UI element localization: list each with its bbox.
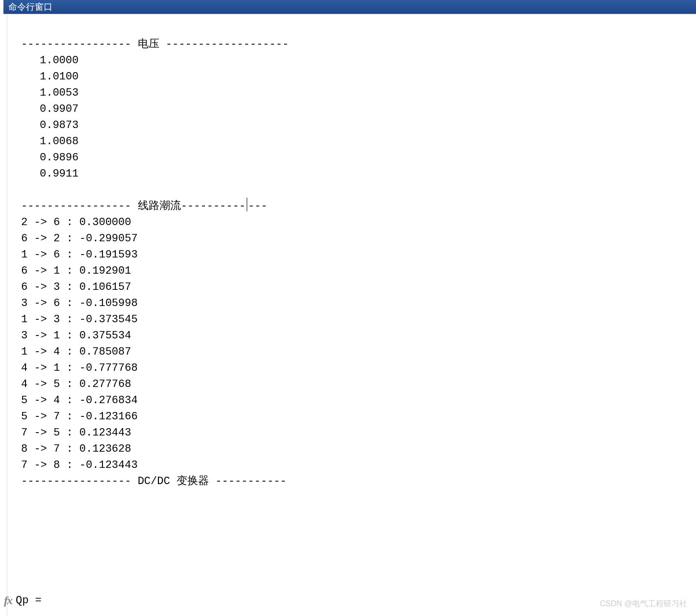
- voltage-value: 1.0068: [21, 135, 78, 148]
- left-gutter: [3, 14, 7, 616]
- lineflow-row: 4 -> 1 : -0.777768: [21, 362, 138, 374]
- lineflow-row: 2 -> 6 : 0.300000: [21, 216, 131, 229]
- lineflow-row: 1 -> 3 : -0.373545: [21, 313, 138, 326]
- lineflow-row: 5 -> 4 : -0.276834: [21, 394, 138, 407]
- lineflow-header-post: ---: [248, 200, 268, 212]
- lineflow-row: 7 -> 5 : 0.123443: [21, 427, 131, 439]
- console-output[interactable]: ----------------- 电压 -------------------…: [7, 14, 696, 616]
- lineflow-row: 5 -> 7 : -0.123166: [21, 411, 138, 423]
- voltage-value: 1.0053: [21, 87, 78, 99]
- voltage-header: ----------------- 电压 -------------------: [21, 38, 289, 51]
- prompt-row[interactable]: fx Qp =: [4, 594, 42, 607]
- lineflow-row: 6 -> 1 : 0.192901: [21, 265, 131, 277]
- text-cursor: [247, 198, 247, 211]
- voltage-value: 1.0100: [21, 71, 78, 83]
- voltage-value: 0.9873: [21, 119, 78, 131]
- voltage-value: 0.9907: [21, 103, 78, 115]
- voltage-value: 0.9896: [21, 152, 78, 164]
- prompt-text: Qp =: [16, 594, 42, 607]
- dcdc-header: ----------------- DC/DC 变换器 -----------: [21, 475, 286, 488]
- lineflow-row: 4 -> 5 : 0.277768: [21, 378, 131, 390]
- lineflow-row: 3 -> 6 : -0.105998: [21, 297, 138, 309]
- lineflow-row: 1 -> 4 : 0.785087: [21, 346, 131, 358]
- title-bar: 命令行窗口: [3, 0, 696, 14]
- lineflow-header-pre: ----------------- 线路潮流----------: [21, 200, 246, 212]
- voltage-value: 1.0000: [21, 54, 78, 67]
- lineflow-row: 6 -> 3 : 0.106157: [21, 281, 131, 293]
- lineflow-row: 7 -> 8 : -0.123443: [21, 459, 138, 471]
- lineflow-row: 6 -> 2 : -0.299057: [21, 232, 138, 245]
- lineflow-row: 3 -> 1 : 0.375534: [21, 330, 131, 342]
- watermark: CSDN @电气工程研习社: [600, 599, 687, 609]
- lineflow-row: 8 -> 7 : 0.123628: [21, 443, 131, 455]
- fx-icon: fx: [4, 594, 12, 607]
- lineflow-row: 1 -> 6 : -0.191593: [21, 249, 138, 261]
- voltage-value: 0.9911: [21, 168, 78, 180]
- content-wrapper: ----------------- 电压 -------------------…: [3, 14, 696, 616]
- command-window: 命令行窗口 ----------------- 电压 -------------…: [0, 0, 696, 616]
- window-title: 命令行窗口: [8, 1, 52, 13]
